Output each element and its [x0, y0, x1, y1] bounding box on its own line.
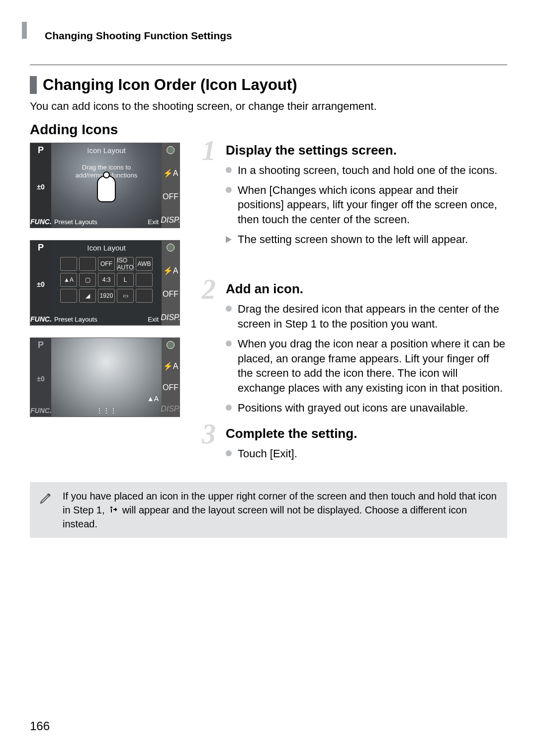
- grid-icon: [136, 273, 153, 287]
- step-bullet: Touch [Exit].: [226, 446, 507, 461]
- section-title-bar: [30, 76, 37, 94]
- step-number: 3: [202, 418, 216, 450]
- step-title: Add an icon.: [226, 281, 507, 297]
- mode-p-badge: P: [30, 145, 51, 156]
- note-text: If you have placed an icon in the upper …: [63, 489, 498, 531]
- ev-badge: ±0: [30, 375, 51, 383]
- dragging-icon: ▲A: [147, 395, 159, 403]
- section-intro: You can add icons to the shooting screen…: [30, 100, 507, 113]
- grid-icon: ▢: [79, 273, 96, 287]
- page-number: 166: [30, 719, 50, 733]
- header-accent: [22, 22, 27, 39]
- flash-auto-badge: ⚡A: [163, 361, 179, 371]
- step-number: 2: [202, 273, 216, 305]
- grid-indicator-icon: ⋮⋮⋮: [96, 407, 117, 415]
- step-bullet: The setting screen shown to the left wil…: [226, 232, 507, 247]
- func-badge: FUNC.: [30, 315, 51, 323]
- finger-icon: [97, 175, 116, 202]
- rec-dot-icon: [167, 244, 175, 252]
- rec-dot-icon: [167, 341, 175, 349]
- running-header: Changing Shooting Function Settings: [45, 30, 507, 42]
- flash-auto-badge: ⚡A: [163, 266, 179, 275]
- grid-icon: ISO AUTO: [117, 257, 134, 271]
- off-badge: OFF: [163, 192, 179, 201]
- step-title: Complete the setting.: [226, 426, 507, 441]
- svg-point-0: [110, 506, 112, 508]
- grid-icon: 4:3: [98, 273, 115, 287]
- section-title-text: Changing Icon Order (Icon Layout): [43, 76, 297, 94]
- step-3: 3 Complete the setting. Touch [Exit].: [204, 426, 507, 461]
- grid-icon: ◢: [79, 289, 96, 303]
- camera-screenshot-2: P ±0 FUNC. Icon Layout OFF ISO AUTO AWB …: [30, 240, 180, 326]
- step-bullet: When you drag the icon near a position w…: [226, 336, 507, 396]
- step-1: 1 Display the settings screen. In a shoo…: [204, 143, 507, 247]
- disp-badge: DISP.: [161, 216, 180, 225]
- off-badge: OFF: [163, 383, 179, 392]
- section-title: Changing Icon Order (Icon Layout): [30, 76, 507, 94]
- subsection-title: Adding Icons: [30, 122, 507, 138]
- step-bullet: Positions with grayed out icons are unav…: [226, 401, 507, 416]
- overlay-title: Icon Layout: [51, 146, 162, 155]
- func-badge: FUNC.: [30, 407, 51, 415]
- step-bullet: When [Changes which icons appear and the…: [226, 183, 507, 227]
- exit-label: Exit: [148, 316, 159, 323]
- step-bullet: In a shooting screen, touch and hold one…: [226, 163, 507, 178]
- step-number: 1: [202, 135, 216, 167]
- overlay-title: Icon Layout: [51, 244, 162, 252]
- step-title: Display the settings screen.: [226, 143, 507, 158]
- grid-icon: AWB: [136, 257, 153, 271]
- mode-p-badge: P: [30, 340, 51, 350]
- preset-layouts-label: Preset Layouts: [54, 218, 97, 226]
- grid-icon: ▲A: [60, 273, 77, 287]
- grid-icon: L: [117, 273, 134, 287]
- overlay-drag-text-1: Drag the icons to: [51, 164, 162, 171]
- mode-p-badge: P: [30, 243, 51, 253]
- grid-icon: OFF: [98, 257, 115, 271]
- ev-badge: ±0: [30, 183, 51, 191]
- note-box: If you have placed an icon in the upper …: [30, 482, 507, 538]
- camera-screenshot-1: P ±0 FUNC. Icon Layout Drag the icons to…: [30, 143, 180, 228]
- grid-icon: [136, 289, 153, 303]
- grid-icon: [60, 289, 77, 303]
- grid-icon: [79, 257, 96, 271]
- disp-badge: DISP.: [161, 313, 180, 322]
- off-badge: OFF: [163, 290, 179, 299]
- warning-arrow-icon: [109, 505, 117, 513]
- step-2: 2 Add an icon. Drag the desired icon tha…: [204, 281, 507, 415]
- rec-dot-icon: [167, 146, 175, 154]
- camera-screenshot-3: P ±0 FUNC. ▲A ⋮⋮⋮ ⚡A OFF DISP.: [30, 337, 180, 417]
- svg-rect-1: [111, 509, 112, 512]
- note-text-after: will appear and the layout screen will n…: [63, 504, 467, 529]
- grid-icon: [60, 257, 77, 271]
- flash-auto-badge: ⚡A: [163, 168, 179, 178]
- grid-icon: 1920: [98, 289, 115, 303]
- icon-grid: OFF ISO AUTO AWB ▲A ▢ 4:3 L ◢ 1920 ▭: [59, 257, 154, 303]
- disp-badge: DISP.: [161, 405, 180, 414]
- step-bullet: Drag the desired icon that appears in th…: [226, 302, 507, 331]
- exit-label: Exit: [148, 218, 159, 226]
- func-badge: FUNC.: [30, 218, 51, 226]
- pencil-note-icon: [39, 490, 56, 508]
- ev-badge: ±0: [30, 280, 51, 288]
- preset-layouts-label: Preset Layouts: [54, 316, 97, 323]
- divider: [30, 65, 507, 65]
- grid-icon: ▭: [117, 289, 134, 303]
